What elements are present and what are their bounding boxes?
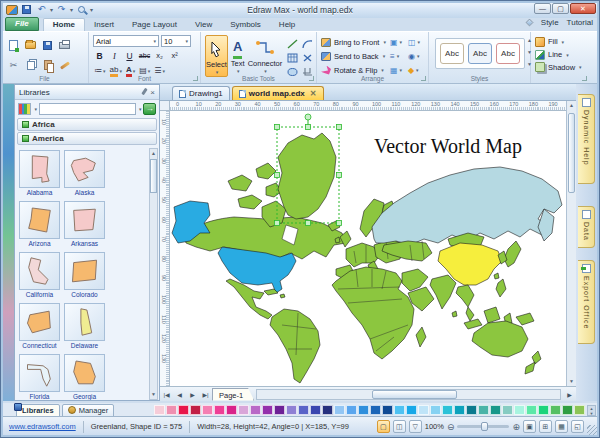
- next-page-icon[interactable]: ▶: [186, 391, 199, 398]
- zoom-in-icon[interactable]: ⊕: [512, 422, 520, 432]
- font-dialog-launcher-icon[interactable]: [193, 76, 198, 81]
- map-greenland[interactable]: [278, 133, 336, 219]
- style-sample-3[interactable]: Abc: [496, 43, 520, 64]
- edrawsoft-link[interactable]: www.edrawsoft.com: [2, 422, 83, 431]
- palette-swatch[interactable]: [154, 405, 165, 415]
- basic-tools-dialog-launcher-icon[interactable]: [309, 76, 314, 81]
- palette-swatch[interactable]: [466, 405, 477, 415]
- palette-swatch[interactable]: [382, 405, 393, 415]
- line-tool-icon[interactable]: [285, 37, 300, 51]
- select-tool-button[interactable]: Select▾: [205, 35, 228, 77]
- dropdown-arrow-icon[interactable]: ▾: [383, 39, 386, 45]
- font-size-combo[interactable]: 10▾: [161, 35, 191, 47]
- subscript-button[interactable]: x₂: [153, 49, 166, 62]
- library-shape-alabama[interactable]: Alabama: [19, 150, 60, 197]
- delete-tool-icon[interactable]: [300, 51, 315, 65]
- filter-view-button[interactable]: ▽: [409, 420, 422, 433]
- doc-tab-drawing1[interactable]: Drawing1: [172, 86, 230, 100]
- center-icon[interactable]: ◉▾: [408, 52, 426, 61]
- first-page-icon[interactable]: |◀: [160, 391, 173, 398]
- palette-swatch[interactable]: [574, 405, 585, 415]
- canvas-vscroll-thumb[interactable]: [568, 113, 575, 193]
- underline-button[interactable]: U: [123, 49, 136, 62]
- zoom-select-button[interactable]: ⊞: [539, 420, 552, 433]
- ribbon-tab-help[interactable]: Help: [270, 19, 304, 31]
- copy-icon[interactable]: [23, 58, 38, 72]
- ribbon-tab-view[interactable]: View: [186, 19, 221, 31]
- canvas-horizontal-scrollbar[interactable]: [256, 389, 561, 400]
- effects-dialog-launcher-icon[interactable]: [582, 76, 587, 81]
- fit-page-button[interactable]: ▣: [523, 420, 536, 433]
- new-document-icon[interactable]: [6, 38, 21, 52]
- palette-swatch[interactable]: [538, 405, 549, 415]
- maximize-button[interactable]: ▢: [552, 3, 569, 14]
- side-tab-export-office[interactable]: Export Office: [578, 260, 595, 344]
- zoom-out-icon[interactable]: ⊖: [447, 422, 455, 432]
- normal-view-button[interactable]: ▢: [377, 420, 390, 433]
- palette-swatch[interactable]: [166, 405, 177, 415]
- resize-grip[interactable]: [587, 425, 597, 435]
- style-menu[interactable]: Style: [541, 18, 559, 27]
- library-shape-connecticut[interactable]: Connecticut: [19, 303, 60, 350]
- open-icon[interactable]: [23, 38, 38, 52]
- palette-swatch[interactable]: [346, 405, 357, 415]
- palette-swatch[interactable]: [490, 405, 501, 415]
- paste-icon[interactable]: [40, 58, 55, 72]
- italic-button[interactable]: I: [108, 49, 121, 62]
- map-east-asia-islands[interactable]: [498, 241, 521, 267]
- drawing-page[interactable]: Vector World Map: [170, 111, 566, 386]
- palette-swatch[interactable]: [334, 405, 345, 415]
- palette-swatch[interactable]: [418, 405, 429, 415]
- ribbon-tab-page-layout[interactable]: Page Layout: [123, 19, 186, 31]
- shadow-button[interactable]: Shadow▾: [535, 61, 585, 73]
- distribute-icon[interactable]: ≡▾: [390, 52, 408, 61]
- ribbon-tab-file[interactable]: File: [5, 17, 39, 31]
- zoom-slider-thumb[interactable]: [481, 422, 488, 431]
- canvas-hscroll-thumb[interactable]: [372, 390, 457, 399]
- table-tool-icon[interactable]: [285, 51, 300, 65]
- palette-swatch[interactable]: [406, 405, 417, 415]
- doc-tab-close-icon[interactable]: ✕: [310, 89, 317, 98]
- library-section-africa[interactable]: Africa: [17, 118, 157, 131]
- map-south-america[interactable]: [270, 309, 320, 383]
- style-sample-1[interactable]: Abc: [440, 43, 464, 64]
- palette-swatch[interactable]: [502, 405, 513, 415]
- library-shape-colorado[interactable]: Colorado: [64, 252, 105, 299]
- library-search-input[interactable]: [39, 103, 136, 115]
- fill-button[interactable]: Fill▾: [535, 36, 585, 48]
- library-color-arrow-icon[interactable]: ▾: [34, 106, 37, 112]
- map-title-text[interactable]: Vector World Map: [374, 135, 522, 158]
- scroll-up-icon[interactable]: ▲: [150, 149, 157, 158]
- zoom-slider[interactable]: [457, 425, 509, 428]
- palette-swatch[interactable]: [454, 405, 465, 415]
- bottom-tab-manager[interactable]: Manager: [62, 404, 115, 417]
- libraries-scrollbar[interactable]: ▲ ▼: [149, 148, 158, 400]
- palette-swatch[interactable]: [262, 405, 273, 415]
- palette-swatch[interactable]: [310, 405, 321, 415]
- library-shape-delaware[interactable]: Delaware: [64, 303, 105, 350]
- doc-tab-world-map-edx[interactable]: world map.edx✕: [232, 86, 324, 100]
- prev-page-icon[interactable]: ◀: [173, 391, 186, 398]
- ribbon-tab-insert[interactable]: Insert: [85, 19, 123, 31]
- palette-swatch[interactable]: [358, 405, 369, 415]
- palette-swatch[interactable]: [274, 405, 285, 415]
- arc-tool-icon[interactable]: [300, 37, 315, 51]
- library-color-icon[interactable]: [18, 103, 31, 115]
- palette-swatch[interactable]: [526, 405, 537, 415]
- scroll-down-icon[interactable]: ▼: [150, 390, 157, 399]
- search-go-button[interactable]: →: [143, 103, 156, 115]
- canvas-scroll-up-icon[interactable]: ▲: [567, 101, 576, 110]
- last-page-icon[interactable]: ▶|: [199, 391, 212, 398]
- palette-swatch[interactable]: [430, 405, 441, 415]
- palette-swatch[interactable]: [214, 405, 225, 415]
- panel-close-icon[interactable]: ×: [150, 88, 155, 97]
- libraries-scroll-thumb[interactable]: [150, 159, 157, 193]
- dropdown-arrow-icon[interactable]: ▾: [381, 67, 384, 73]
- close-button[interactable]: ✕: [570, 3, 596, 14]
- side-tab-data[interactable]: Data: [578, 206, 595, 248]
- library-shape-arizona[interactable]: Arizona: [19, 201, 60, 248]
- palette-swatch[interactable]: [442, 405, 453, 415]
- palette-swatch[interactable]: [238, 405, 249, 415]
- print-icon[interactable]: [57, 38, 72, 52]
- pan-view-button[interactable]: ◫: [393, 420, 406, 433]
